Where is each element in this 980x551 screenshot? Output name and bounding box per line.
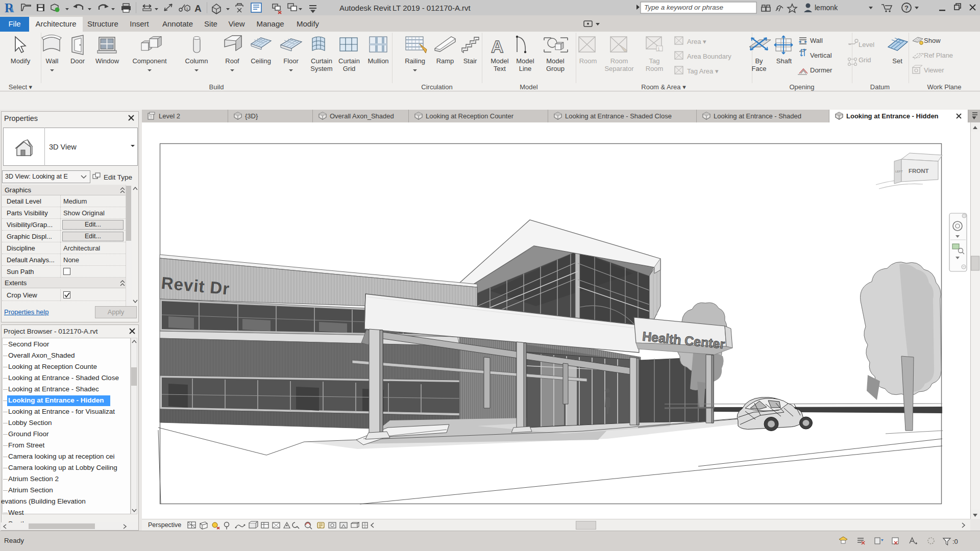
svg-text:R: R	[5, 1, 14, 15]
svg-text:FRONT: FRONT	[909, 168, 929, 174]
svg-text:A: A	[194, 3, 202, 14]
svg-text::0: :0	[952, 538, 958, 545]
svg-text:lemonk: lemonk	[815, 4, 838, 12]
svg-text:LEFT: LEFT	[895, 170, 903, 173]
svg-text:?: ?	[904, 4, 909, 12]
svg-text:1: 1	[186, 7, 189, 11]
svg-text:Type a keyword or phrase: Type a keyword or phrase	[644, 4, 723, 11]
